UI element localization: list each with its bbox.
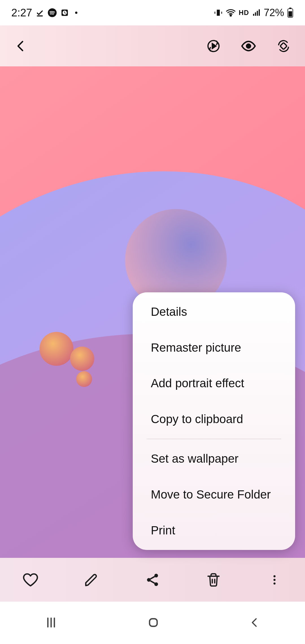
- download-done-icon: [36, 8, 44, 17]
- wifi-icon: [226, 8, 236, 18]
- menu-move-to-secure-folder[interactable]: Move to Secure Folder: [133, 477, 295, 513]
- menu-divider: [147, 439, 281, 439]
- back-nav-button[interactable]: [235, 612, 274, 634]
- status-bar: 2:27 HD 72%: [0, 0, 305, 25]
- bottom-action-bar: [0, 558, 305, 602]
- svg-point-16: [273, 582, 275, 584]
- more-notifications-dot-icon: [75, 12, 77, 14]
- svg-point-15: [273, 579, 275, 581]
- menu-copy-to-clipboard[interactable]: Copy to clipboard: [133, 401, 295, 437]
- svg-rect-20: [150, 619, 157, 626]
- back-button[interactable]: [11, 36, 30, 56]
- spotify-icon: [47, 8, 57, 18]
- gallery-top-bar: [0, 25, 305, 66]
- hd-icon: HD: [239, 9, 249, 17]
- menu-add-portrait-effect[interactable]: Add portrait effect: [133, 365, 295, 401]
- svg-rect-5: [289, 8, 291, 9]
- svg-rect-6: [289, 11, 292, 17]
- recents-button[interactable]: [30, 612, 72, 634]
- edit-button[interactable]: [75, 563, 108, 597]
- status-right: HD 72%: [214, 7, 294, 19]
- more-options-menu: Details Remaster picture Add portrait ef…: [133, 292, 295, 550]
- svg-rect-10: [280, 42, 287, 49]
- favorite-button[interactable]: [14, 563, 47, 597]
- share-button[interactable]: [136, 563, 169, 597]
- home-button[interactable]: [133, 612, 174, 634]
- svg-point-12: [154, 574, 158, 577]
- svg-point-14: [273, 575, 275, 577]
- menu-remaster-picture[interactable]: Remaster picture: [133, 330, 295, 366]
- more-options-button[interactable]: [258, 563, 291, 597]
- clock-app-icon: [60, 8, 69, 17]
- auto-rotate-button[interactable]: [273, 36, 294, 56]
- menu-details[interactable]: Details: [133, 294, 295, 330]
- delete-button[interactable]: [197, 563, 230, 597]
- system-navigation-bar: [0, 602, 305, 644]
- battery-percentage: 72%: [264, 7, 284, 19]
- cellular-signal-icon: [252, 8, 261, 17]
- svg-marker-8: [212, 43, 216, 48]
- svg-point-3: [230, 15, 232, 16]
- svg-point-9: [247, 44, 250, 48]
- svg-point-11: [147, 578, 151, 582]
- svg-point-13: [154, 582, 158, 586]
- battery-icon: [287, 8, 294, 18]
- menu-print[interactable]: Print: [133, 513, 295, 549]
- status-time: 2:27: [11, 7, 32, 19]
- bixby-vision-button[interactable]: [238, 35, 259, 57]
- status-left: 2:27: [11, 7, 77, 19]
- smartthings-send-button[interactable]: [203, 36, 224, 56]
- menu-set-as-wallpaper[interactable]: Set as wallpaper: [133, 441, 295, 477]
- vibrate-icon: [214, 8, 223, 17]
